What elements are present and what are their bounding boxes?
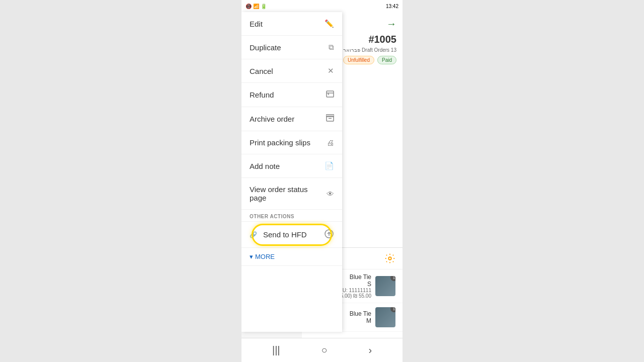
chevron-down-icon: ▾ <box>250 253 253 260</box>
edit-label: Edit <box>250 20 263 28</box>
print-label: Print packing slips <box>250 138 310 147</box>
status-bar-right: 13:42 <box>386 4 398 9</box>
cancel-icon: ✕ <box>328 66 334 75</box>
more-link[interactable]: ▾ MORE <box>250 253 334 260</box>
nav-back-icon[interactable]: › <box>368 344 372 356</box>
menu-item-cancel[interactable]: Cancel ✕ <box>242 59 342 83</box>
add-note-icon: 📄 <box>325 161 334 170</box>
menu-item-send-hfd[interactable]: 🔗 Send to HFD <box>242 222 342 248</box>
bottom-nav: ||| ○ › <box>242 338 403 362</box>
menu-item-add-note[interactable]: Add note 📄 <box>242 154 342 178</box>
print-icon: 🖨 <box>327 138 334 147</box>
other-actions-header: OTHER ACTIONS <box>242 210 342 222</box>
svg-point-7 <box>388 257 391 260</box>
status-bar: 📵 📶 🔋 13:42 <box>242 0 403 12</box>
menu-item-print[interactable]: Print packing slips 🖨 <box>242 131 342 154</box>
view-status-label: View order status page <box>250 185 327 202</box>
item-name-2: Blue Tie <box>350 310 371 317</box>
archive-label: Archive order <box>250 115 294 123</box>
paid-badge: Paid <box>377 56 396 64</box>
menu-item-edit[interactable]: Edit ✏️ <box>242 12 342 36</box>
send-hfd-action-icon <box>324 229 334 240</box>
view-status-icon: 👁 <box>327 190 334 198</box>
more-label: MORE <box>255 253 275 260</box>
more-section: ▾ MORE <box>242 248 342 266</box>
svg-rect-3 <box>326 115 334 117</box>
dropdown-menu: Edit ✏️ Duplicate ⧉ Cancel ✕ Refund <box>242 12 342 332</box>
item-thumbnail-1: 1 <box>375 276 395 296</box>
external-link-icon: 🔗 <box>250 231 257 238</box>
unfulfilled-badge: Unfulfilled <box>343 56 374 64</box>
back-arrow-icon: → <box>386 18 396 30</box>
item-size-2: M <box>350 317 371 324</box>
refund-icon <box>326 90 334 100</box>
duplicate-label: Duplicate <box>250 43 281 52</box>
item-thumbnail-2: 1 <box>375 307 395 327</box>
menu-item-duplicate[interactable]: Duplicate ⧉ <box>242 36 342 59</box>
edit-icon: ✏️ <box>325 19 334 28</box>
send-hfd-label: Send to HFD <box>263 230 307 239</box>
menu-item-refund[interactable]: Refund <box>242 83 342 107</box>
svg-rect-0 <box>327 91 334 97</box>
cancel-label: Cancel <box>250 67 273 75</box>
nav-home-icon[interactable]: ○ <box>321 344 327 356</box>
menu-item-view-status[interactable]: View order status page 👁 <box>242 178 342 210</box>
add-note-label: Add note <box>250 162 280 170</box>
status-time: 13:42 <box>386 4 398 9</box>
duplicate-icon: ⧉ <box>329 43 334 52</box>
phone-frame: 📵 📶 🔋 13:42 → #1005 Draft Orders 13 פברו… <box>242 0 403 362</box>
item-info-2: Blue Tie M <box>350 310 371 324</box>
gear-icon[interactable] <box>384 253 395 264</box>
refund-label: Refund <box>250 90 274 99</box>
nav-menu-icon[interactable]: ||| <box>272 344 280 356</box>
status-icons: 📵 📶 🔋 <box>246 4 267 9</box>
status-bar-left: 📵 📶 🔋 <box>246 4 267 9</box>
archive-icon <box>326 114 334 124</box>
menu-item-archive[interactable]: Archive order <box>242 107 342 131</box>
